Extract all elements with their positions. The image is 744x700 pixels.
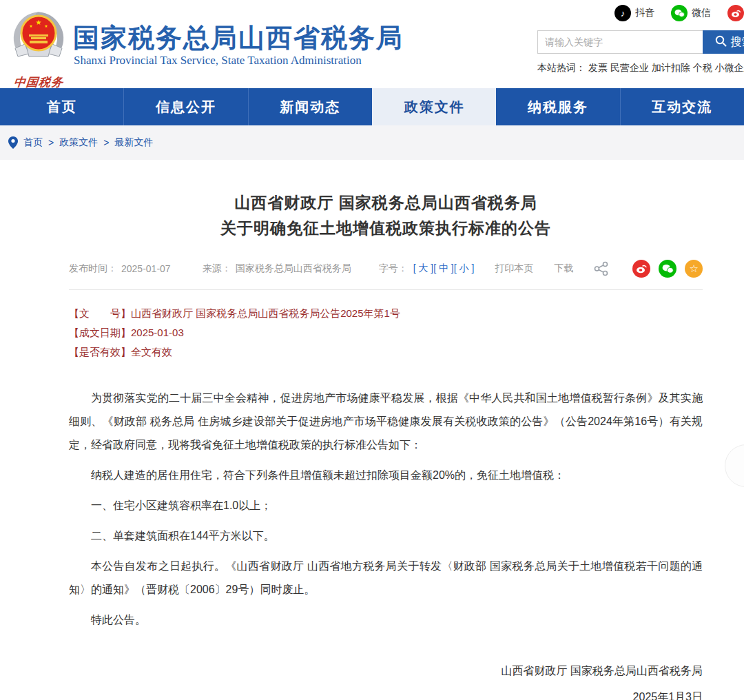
paragraph: 本公告自发布之日起执行。《山西省财政厅 山西省地方税务局关于转发〈财政部 国家税… xyxy=(69,555,703,601)
source-value: 国家税务总局山西省税务局 xyxy=(236,262,351,275)
document-info: 【文 号】山西省财政厅 国家税务总局山西省税务局公告2025年第1号 【成文日期… xyxy=(69,304,703,362)
publish-time-value: 2025-01-07 xyxy=(121,263,171,274)
weibo-link[interactable] xyxy=(727,5,744,21)
signature-org: 山西省财政厅 国家税务总局山西省税务局 xyxy=(69,659,703,683)
site-title: 国家税务总局山西省税务局 xyxy=(73,21,404,56)
breadcrumb: 首页 > 政策文件 > 最新文件 xyxy=(0,125,744,160)
svg-text:★: ★ xyxy=(36,19,42,26)
download-button[interactable]: 下载 xyxy=(554,262,573,275)
wechat-link[interactable]: 微信 xyxy=(671,5,711,21)
search-box: 搜索 xyxy=(537,30,744,54)
document-signature: 山西省财政厅 国家税务总局山西省税务局 2025年1月3日 xyxy=(69,659,703,700)
search-icon xyxy=(715,35,727,50)
site-subtitle: Shanxi Provincial Tax Service, State Tax… xyxy=(74,54,362,68)
nav-item-policy-docs[interactable]: 政策文件 xyxy=(372,88,496,125)
douyin-label: 抖音 xyxy=(635,7,654,19)
breadcrumb-separator: > xyxy=(103,137,109,148)
weibo-icon xyxy=(727,5,744,21)
hotwords-label: 本站热词： xyxy=(537,62,586,73)
nav-item-news[interactable]: 新闻动态 xyxy=(248,88,372,125)
article-content: 山西省财政厅 国家税务总局山西省税务局 关于明确免征土地增值税政策执行标准的公告… xyxy=(0,190,744,700)
paragraph: 一、住宅小区建筑容积率在1.0以上； xyxy=(69,494,703,517)
search-button[interactable]: 搜索 xyxy=(703,30,744,54)
doc-date-line: 【成文日期】2025-01-03 xyxy=(69,323,703,342)
search-input[interactable] xyxy=(537,30,703,54)
wechat-icon xyxy=(671,5,688,21)
fontsize-small-button[interactable]: [ 小 ] xyxy=(454,262,475,274)
paragraph: 纳税人建造的居住用住宅，符合下列条件且增值额未超过扣除项目金额20%的，免征土地… xyxy=(69,464,703,487)
meta-left: 发布时间： 2025-01-07 来源： 国家税务总局山西省税务局 xyxy=(69,262,379,275)
breadcrumb-latest-docs[interactable]: 最新文件 xyxy=(114,136,153,149)
douyin-link[interactable]: ♪ 抖音 xyxy=(614,5,654,21)
social-links: ♪ 抖音 微信 xyxy=(605,4,744,22)
wechat-label: 微信 xyxy=(692,7,711,19)
document-title: 山西省财政厅 国家税务总局山西省税务局 关于明确免征土地增值税政策执行标准的公告 xyxy=(69,190,703,241)
douyin-icon: ♪ xyxy=(614,5,631,21)
meta-right: 字号： [ 大 ][ 中 ][ 小 ] 打印本页 下载 ☆ xyxy=(379,260,703,278)
breadcrumb-policy-docs[interactable]: 政策文件 xyxy=(59,136,98,149)
fontsize-large-button[interactable]: [ 大 ] xyxy=(413,262,434,274)
breadcrumb-home[interactable]: 首页 xyxy=(23,136,43,149)
search-button-label: 搜索 xyxy=(731,35,744,50)
document-title-line2: 关于明确免征土地增值税政策执行标准的公告 xyxy=(69,216,703,241)
share-icon[interactable] xyxy=(594,261,609,276)
share-weibo-button[interactable] xyxy=(632,260,650,278)
share-favorite-button[interactable]: ☆ xyxy=(685,260,703,278)
publish-time-label: 发布时间： xyxy=(69,262,117,275)
signature-date: 2025年1月3日 xyxy=(69,686,703,700)
nav-item-home[interactable]: 首页 xyxy=(0,88,123,125)
location-pin-icon xyxy=(8,136,18,149)
paragraph: 特此公告。 xyxy=(69,608,703,632)
fontsize-label: 字号： xyxy=(379,262,408,275)
paragraph: 二、单套建筑面积在144平方米以下。 xyxy=(69,524,703,548)
brand-calligraphy-text: 中国税务 xyxy=(6,74,71,90)
hotwords-list[interactable]: 发票 民营企业 加计扣除 个税 小微企业 xyxy=(588,62,744,73)
source-label: 来源： xyxy=(203,262,231,275)
site-header: ★ ★ ★ 中国税务 国家税务总局山西省税务局 Shanxi Provincia… xyxy=(0,0,744,88)
breadcrumb-separator: > xyxy=(48,137,54,148)
fontsize-medium-button[interactable]: [ 中 ] xyxy=(433,262,454,274)
hotwords-bar: 本站热词：发票 民营企业 加计扣除 个税 小微企业 xyxy=(537,62,744,74)
svg-text:★: ★ xyxy=(44,24,48,28)
meta-divider xyxy=(69,289,703,290)
article-meta: 发布时间： 2025-01-07 来源： 国家税务总局山西省税务局 字号： [ … xyxy=(69,260,703,278)
nav-item-interaction[interactable]: 互动交流 xyxy=(620,88,744,125)
nav-item-info-disclosure[interactable]: 信息公开 xyxy=(123,88,247,125)
print-button[interactable]: 打印本页 xyxy=(495,262,533,275)
share-wechat-button[interactable] xyxy=(659,260,676,278)
paragraph: 为贯彻落实党的二十届三中全会精神，促进房地产市场健康平稳发展，根据《中华人民共和… xyxy=(69,387,703,457)
nav-item-tax-service[interactable]: 纳税服务 xyxy=(496,88,619,125)
doc-number-line: 【文 号】山西省财政厅 国家税务总局山西省税务局公告2025年第1号 xyxy=(69,304,703,323)
tax-emblem-icon: ★ ★ ★ xyxy=(8,61,69,72)
main-nav: 首页 信息公开 新闻动态 政策文件 纳税服务 互动交流 xyxy=(0,88,744,125)
svg-text:★: ★ xyxy=(29,24,32,28)
document-body: 为贯彻落实党的二十届三中全会精神，促进房地产市场健康平稳发展，根据《中华人民共和… xyxy=(69,387,703,632)
page: ★ ★ ★ 中国税务 国家税务总局山西省税务局 Shanxi Provincia… xyxy=(0,0,744,700)
document-title-line1: 山西省财政厅 国家税务总局山西省税务局 xyxy=(69,190,703,216)
doc-validity-line: 【是否有效】全文有效 xyxy=(69,342,703,362)
site-logo[interactable]: ★ ★ ★ 中国税务 xyxy=(7,10,70,90)
fontsize-controls: [ 大 ][ 中 ][ 小 ] xyxy=(413,262,475,275)
